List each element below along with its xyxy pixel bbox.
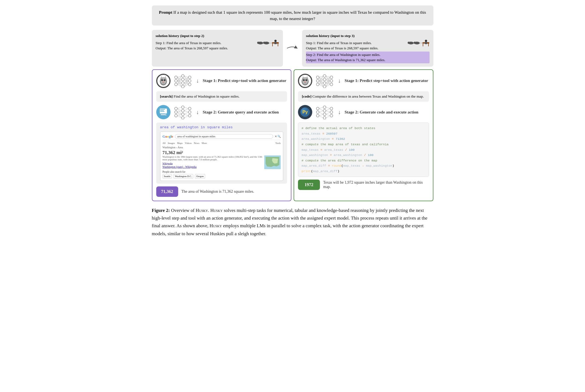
- svg-rect-19: [425, 42, 427, 44]
- svg-line-85: [177, 107, 181, 109]
- svg-line-65: [184, 84, 188, 87]
- svg-point-14: [414, 42, 416, 44]
- google-logo: Google: [163, 134, 173, 139]
- google-result-desc: Washington is the 18th-largest state, wi…: [163, 155, 263, 161]
- left-action-box: [search] Find the area of Washington in …: [156, 91, 287, 102]
- left-down-arrow-2: ↓: [196, 109, 199, 115]
- svg-point-117: [323, 75, 326, 77]
- svg-point-118: [323, 78, 326, 81]
- left-neural-net-2: [173, 105, 192, 119]
- left-down-arrow-1: ↓: [196, 78, 199, 84]
- svg-line-93: [184, 107, 188, 109]
- code-line-3: area_washington = 71362: [302, 136, 425, 142]
- panel-right: ↓ Stage 1: Predict step+tool with action…: [294, 69, 433, 201]
- svg-point-76: [175, 111, 177, 113]
- left-google-result: Google area of washington in square mile…: [160, 132, 283, 181]
- svg-line-172: [326, 116, 330, 118]
- left-result-badge: 71,362: [156, 186, 178, 197]
- sol-hist-step3-line3-highlighted: Step 2: Find the area of Washington in s…: [306, 52, 430, 63]
- sol-hist-step3-line3: Step 2: Find the area of Washington in s…: [306, 52, 430, 58]
- prompt-box: Prompt If a map is designed such that 1 …: [152, 5, 433, 25]
- svg-point-156: [323, 113, 326, 116]
- svg-point-107: [304, 79, 304, 80]
- code-line-2: area_texas = 268597: [302, 131, 425, 137]
- husky-name-1: Husky: [196, 208, 208, 213]
- svg-line-86: [177, 109, 181, 111]
- svg-point-32: [175, 76, 177, 79]
- sol-hist-step3-line4: Output: The area of Washington is 71,362…: [306, 57, 430, 63]
- code-line-1: # define the actual area of both states: [302, 126, 425, 131]
- svg-point-8: [274, 40, 277, 42]
- svg-line-98: [184, 116, 188, 118]
- prompt-text: If a map is designed such that 1 square …: [173, 10, 426, 21]
- google-search-input: area of washington in square miles: [175, 134, 273, 139]
- svg-point-122: [330, 79, 333, 82]
- svg-rect-9: [274, 42, 277, 44]
- svg-point-116: [316, 83, 319, 86]
- right-husky-icon: [298, 74, 312, 88]
- svg-point-115: [316, 79, 319, 82]
- code-line-8: map_area_diff = round(map_texas - map_wa…: [302, 163, 425, 169]
- right-action-tag: [code]: [302, 94, 311, 98]
- left-search-query: area of washington in square miles: [160, 125, 283, 129]
- left-neural-net-1: [173, 74, 192, 88]
- husky-sled-img-1: [255, 33, 280, 48]
- svg-point-37: [181, 82, 184, 84]
- svg-point-119: [323, 82, 326, 84]
- svg-point-4: [263, 42, 265, 44]
- svg-point-158: [330, 107, 333, 110]
- right-result-badge: 1972: [298, 180, 320, 190]
- arrow-between-histories: [283, 30, 302, 67]
- svg-point-27: [162, 81, 164, 83]
- code-line-5: map_texas = area_texas / 100: [302, 147, 425, 153]
- svg-point-38: [181, 85, 184, 88]
- google-bar: Google area of washington in square mile…: [163, 134, 281, 140]
- svg-line-169: [326, 111, 330, 112]
- svg-point-36: [181, 78, 184, 81]
- left-stage2-label: Stage 2: Generate query and execute acti…: [203, 110, 287, 115]
- svg-line-57: [184, 77, 188, 79]
- svg-line-171: [326, 114, 330, 116]
- svg-line-63: [184, 77, 188, 87]
- right-stage1-row: ↓ Stage 1: Predict step+tool with action…: [298, 74, 429, 88]
- svg-point-151: [316, 107, 319, 110]
- svg-line-164: [319, 112, 323, 114]
- right-neural-net-2: [315, 105, 334, 119]
- left-action-text: Find the area of Washington in square mi…: [174, 94, 240, 98]
- code-line-4: # compute the map area of texas and cali…: [302, 142, 425, 147]
- related-searches: Seattle Washington D.C. Oregon: [163, 174, 281, 178]
- panel-left: ↓ Stage 1: Predict step+tool with action…: [152, 69, 292, 201]
- svg-line-165: [319, 114, 323, 116]
- svg-point-75: [175, 107, 177, 110]
- svg-text:Py: Py: [302, 110, 308, 114]
- svg-point-41: [188, 83, 191, 86]
- right-result-row: 1972 Texas will be 1,972 square inches l…: [298, 180, 429, 190]
- svg-point-114: [316, 76, 319, 79]
- left-result-text: The area of Washington is 71,362 square …: [181, 189, 254, 194]
- svg-line-163: [319, 111, 323, 112]
- svg-line-95: [184, 111, 188, 112]
- left-stage1-row: ↓ Stage 1: Predict step+tool with action…: [156, 74, 287, 88]
- svg-rect-70: [160, 111, 164, 112]
- right-stage2-row: Py: [298, 105, 429, 119]
- left-stage1-label: Stage 1: Predict step+tool with action g…: [203, 78, 287, 83]
- svg-point-25: [162, 79, 162, 80]
- google-tabs: AllImagesMapsVideosNewsMore Tools: [163, 142, 281, 144]
- svg-point-6: [257, 42, 259, 44]
- right-python-icon: Py: [298, 105, 312, 119]
- svg-point-152: [316, 111, 319, 113]
- left-action-tag: [search]: [160, 94, 173, 98]
- sol-hist-step2: solution history (input to step 2) Step …: [152, 30, 283, 67]
- svg-point-109: [304, 81, 306, 83]
- husky-sled-img-2: [406, 33, 431, 48]
- left-stage2-row: ↓ Stage 2: Generate query and execute ac…: [156, 105, 287, 119]
- figure-num: Figure 2:: [152, 208, 170, 213]
- svg-line-88: [177, 111, 181, 112]
- svg-line-53: [177, 84, 181, 87]
- right-action-text: Compute the difference in area between T…: [313, 94, 424, 98]
- svg-line-97: [184, 114, 188, 116]
- left-search-tool-icon: [156, 105, 171, 119]
- svg-line-96: [184, 112, 188, 114]
- svg-point-78: [181, 106, 184, 109]
- svg-point-16: [408, 42, 410, 44]
